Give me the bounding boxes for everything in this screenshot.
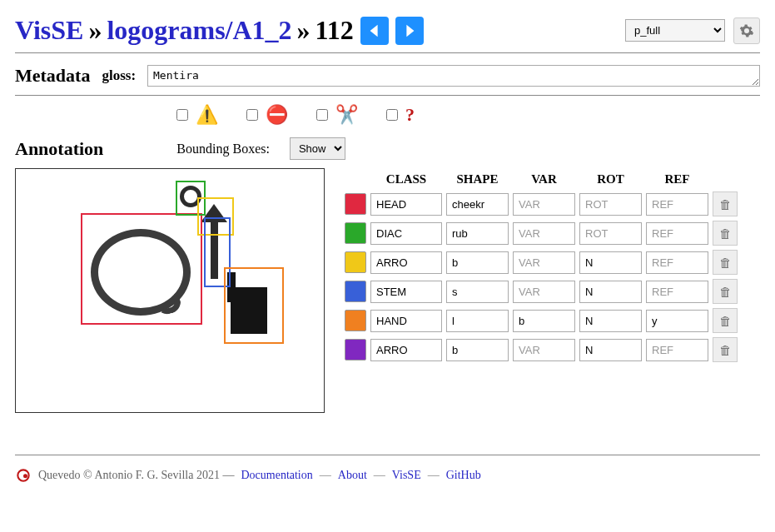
scissors-icon: ✂️ [335, 104, 358, 126]
breadcrumb-home[interactable]: VisSE [15, 15, 83, 46]
table-row: 🗑 [344, 191, 738, 217]
color-swatch[interactable] [345, 281, 366, 302]
breadcrumb-path[interactable]: logograms/A1_2 [107, 15, 291, 46]
shape-input[interactable] [446, 281, 509, 303]
table-row: 🗑 [344, 249, 738, 276]
gloss-label: gloss: [102, 67, 136, 84]
class-input[interactable] [370, 193, 442, 216]
table-row: 🗑 [344, 307, 738, 334]
ref-input[interactable] [646, 222, 708, 245]
breadcrumb: VisSE » logograms/A1_2 » 112 [15, 15, 424, 46]
footer-github-link[interactable]: GitHub [446, 469, 481, 482]
var-input[interactable] [513, 193, 575, 216]
color-swatch[interactable] [345, 193, 366, 215]
shape-input[interactable] [446, 251, 509, 274]
trash-icon: 🗑 [719, 256, 732, 270]
sketch-diac [180, 186, 201, 207]
col-ref: REF [645, 171, 709, 188]
flag-warning-checkbox[interactable] [176, 109, 188, 121]
footer-visse-link[interactable]: VisSE [392, 469, 421, 482]
breadcrumb-sep: » [88, 15, 102, 46]
delete-row-button[interactable]: 🗑 [713, 221, 738, 246]
flag-question-checkbox[interactable] [386, 109, 398, 121]
arrow-left-icon [367, 23, 382, 38]
bbox-select[interactable]: Show [290, 137, 345, 160]
class-input[interactable] [370, 339, 442, 361]
footer: Quevedo © Antonio F. G. Sevilla 2021 — D… [15, 455, 760, 484]
sketch-stem [211, 222, 218, 279]
shape-input[interactable] [446, 310, 509, 332]
var-input[interactable] [513, 281, 575, 303]
table-row: 🗑 [344, 336, 738, 363]
gear-icon [739, 23, 754, 38]
trash-icon: 🗑 [719, 285, 732, 299]
class-input[interactable] [370, 222, 442, 245]
flags-row: ⚠️ ⛔ ✂️ ? [15, 96, 760, 129]
prev-button[interactable] [360, 17, 389, 45]
svg-point-1 [23, 474, 27, 478]
color-swatch[interactable] [345, 222, 366, 244]
annotation-canvas[interactable] [15, 168, 325, 413]
col-rot: ROT [579, 171, 643, 188]
delete-row-button[interactable]: 🗑 [713, 191, 738, 216]
var-input[interactable] [513, 251, 575, 274]
metadata-title: Metadata [15, 65, 90, 87]
trash-icon: 🗑 [719, 314, 732, 328]
delete-row-button[interactable]: 🗑 [713, 308, 738, 333]
var-input[interactable] [513, 339, 575, 361]
var-input[interactable] [513, 222, 575, 245]
breadcrumb-current: 112 [315, 15, 354, 46]
delete-row-button[interactable]: 🗑 [713, 250, 738, 275]
ref-input[interactable] [646, 281, 708, 303]
rot-input[interactable] [579, 281, 642, 303]
gloss-input[interactable] [147, 65, 760, 87]
shape-input[interactable] [446, 222, 509, 245]
delete-row-button[interactable]: 🗑 [713, 279, 738, 304]
class-input[interactable] [370, 310, 442, 332]
warning-icon: ⚠️ [196, 104, 218, 126]
ref-input[interactable] [646, 310, 708, 332]
flag-cut[interactable]: ✂️ [313, 104, 358, 126]
class-input[interactable] [370, 251, 442, 274]
shape-input[interactable] [446, 339, 509, 361]
flag-cut-checkbox[interactable] [316, 109, 328, 121]
footer-about-link[interactable]: About [338, 469, 367, 482]
flag-question[interactable]: ? [383, 104, 415, 126]
rot-input[interactable] [579, 310, 642, 332]
shape-input[interactable] [446, 193, 509, 216]
footer-docs-link[interactable]: Documentation [241, 469, 312, 482]
sketch-hand [231, 287, 267, 334]
rot-input[interactable] [579, 222, 642, 245]
annotation-title: Annotation [15, 138, 103, 160]
trash-icon: 🗑 [719, 197, 732, 211]
flag-noentry[interactable]: ⛔ [243, 104, 288, 126]
color-swatch[interactable] [345, 310, 366, 331]
col-shape: SHAPE [445, 171, 509, 188]
question-icon: ? [405, 104, 415, 126]
delete-row-button[interactable]: 🗑 [713, 337, 738, 362]
no-entry-icon: ⛔ [266, 104, 288, 126]
flag-warning[interactable]: ⚠️ [173, 104, 218, 126]
arrow-right-icon [402, 23, 417, 38]
settings-button[interactable] [733, 17, 760, 44]
color-swatch[interactable] [345, 251, 366, 273]
rot-input[interactable] [579, 193, 642, 216]
col-var: VAR [512, 171, 576, 188]
rot-input[interactable] [579, 251, 642, 274]
view-select[interactable]: p_full [625, 19, 725, 42]
breadcrumb-sep: » [297, 15, 310, 46]
ref-input[interactable] [646, 339, 708, 361]
bbox-label: Bounding Boxes: [176, 142, 270, 157]
footer-copyright: Quevedo © Antonio F. G. Sevilla 2021 — [38, 469, 234, 482]
ref-input[interactable] [646, 251, 708, 274]
col-class: CLASS [370, 171, 443, 188]
class-input[interactable] [370, 281, 442, 303]
table-row: 🗑 [344, 278, 738, 305]
rot-input[interactable] [579, 339, 642, 361]
flag-noentry-checkbox[interactable] [246, 109, 258, 121]
trash-icon: 🗑 [719, 343, 732, 357]
color-swatch[interactable] [345, 339, 366, 360]
var-input[interactable] [513, 310, 575, 332]
ref-input[interactable] [646, 193, 708, 216]
next-button[interactable] [395, 17, 424, 45]
